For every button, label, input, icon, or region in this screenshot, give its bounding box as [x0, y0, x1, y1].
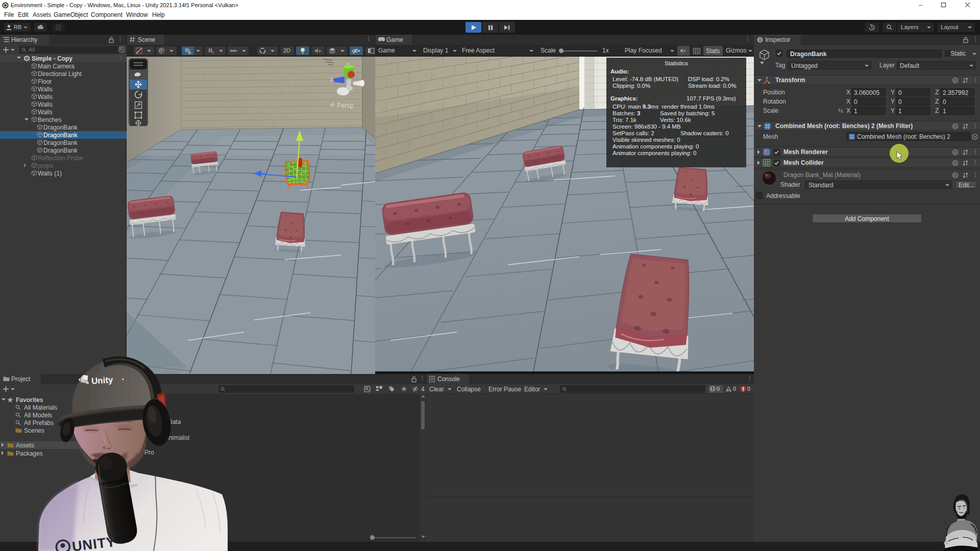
svg-text:?: ? [954, 161, 957, 166]
svg-text:?: ? [954, 124, 957, 129]
svg-text:Persp: Persp [337, 102, 354, 109]
svg-text:?: ? [954, 78, 957, 83]
svg-text:?: ? [954, 150, 957, 155]
svg-text:z: z [330, 77, 333, 82]
svg-text:?: ? [954, 173, 957, 178]
